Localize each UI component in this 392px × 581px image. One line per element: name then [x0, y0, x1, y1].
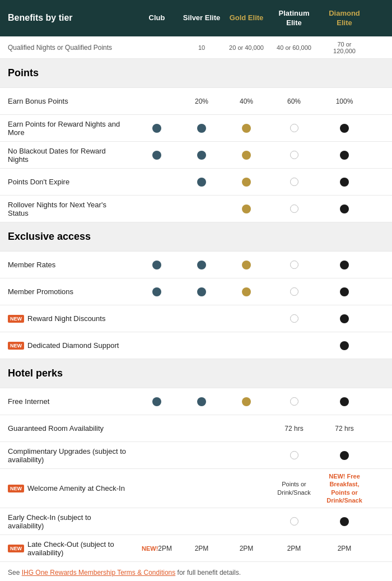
cell-platinum — [269, 284, 319, 299]
dot-icon — [340, 451, 349, 460]
cell-club — [134, 284, 179, 300]
cell-silver — [179, 120, 224, 136]
dot-icon — [197, 124, 206, 133]
cell-club — [134, 98, 179, 105]
dot-icon — [340, 204, 349, 213]
cell-silver — [179, 206, 224, 212]
cell-club — [134, 257, 179, 273]
header-club: Club — [134, 8, 179, 29]
dot-icon — [197, 261, 206, 269]
cell-platinum — [269, 394, 319, 409]
cell-club — [134, 120, 179, 136]
cell-club — [134, 452, 179, 459]
row-earn-points-reward-nights: Earn Points for Reward Nights and More — [0, 115, 392, 142]
section-points: Points — [0, 59, 392, 88]
new-badge: NEW — [8, 315, 24, 323]
cell-silver — [179, 284, 224, 300]
row-earn-bonus-points: Earn Bonus Points 20% 40% 60% 100% — [0, 88, 392, 115]
cell-silver — [179, 452, 224, 459]
dot-icon — [242, 397, 251, 406]
cell-club — [134, 342, 179, 349]
label-rollover-nights: Rollover Nights for Next Year's Status — [0, 196, 134, 222]
label-points-dont-expire: Points Don't Expire — [0, 173, 134, 190]
cell-diamond — [319, 174, 370, 190]
qual-diamond: 70 or120,000 — [319, 38, 370, 58]
row-reward-night-discounts: NEW Reward Night Discounts — [0, 305, 392, 332]
label-late-checkout: NEW Late Check-Out (subject to availabil… — [0, 536, 134, 561]
cell-gold — [224, 342, 269, 349]
cell-club — [134, 315, 179, 322]
dot-icon — [340, 151, 349, 160]
cell-diamond: 100% — [319, 94, 370, 109]
cell-platinum: 2PM — [269, 541, 319, 556]
label-dedicated-diamond-support: NEW Dedicated Diamond Support — [0, 337, 134, 354]
dot-icon — [242, 204, 251, 213]
row-free-internet: Free Internet — [0, 388, 392, 415]
cell-silver — [179, 518, 224, 525]
cell-platinum — [269, 174, 319, 189]
dot-icon — [340, 341, 349, 350]
section-points-title: Points — [0, 59, 370, 87]
cell-diamond: 72 hrs — [319, 421, 370, 436]
cell-club — [134, 147, 179, 163]
table-header: Benefits by tier Club Silver Elite Gold … — [0, 0, 392, 36]
label-member-promotions: Member Promotions — [0, 283, 134, 300]
dot-icon — [242, 287, 251, 296]
cell-club — [134, 518, 179, 525]
cell-diamond — [319, 257, 370, 273]
dot-icon — [197, 151, 206, 160]
qual-club — [134, 44, 179, 51]
row-no-blackout-dates: No Blackout Dates for Reward Nights — [0, 142, 392, 169]
qual-platinum: 40 or 60,000 — [269, 41, 319, 54]
cell-gold — [224, 147, 269, 163]
dot-icon — [242, 151, 251, 160]
header-silver: Silver Elite — [179, 8, 224, 29]
qual-nights-label: Qualified Nights or Qualified Points — [0, 39, 134, 56]
cell-gold — [224, 425, 269, 432]
cell-silver — [179, 257, 224, 273]
dot-icon — [242, 124, 251, 133]
dot-icon — [197, 287, 206, 296]
cell-diamond — [319, 147, 370, 163]
cell-silver: 2PM — [179, 541, 224, 556]
checkout-club-text: NEW! — [142, 545, 158, 552]
dot-icon — [340, 287, 349, 296]
dot-icon — [290, 517, 298, 526]
cell-platinum — [269, 201, 319, 216]
cell-gold — [224, 394, 269, 410]
footer-text-end: for full benefit details. — [175, 569, 241, 577]
label-guaranteed-room: Guaranteed Room Availability — [0, 420, 134, 437]
dot-icon — [152, 151, 161, 160]
footer-link[interactable]: IHG One Rewards Membership Terms & Condi… — [22, 569, 176, 577]
dot-icon — [340, 178, 349, 187]
cell-platinum — [269, 448, 319, 463]
cell-diamond — [319, 311, 370, 327]
row-member-promotions: Member Promotions — [0, 278, 392, 305]
cell-club: NEW! 2PM — [134, 541, 179, 556]
footer-text: See — [8, 569, 22, 577]
dot-icon — [340, 261, 349, 269]
new-badge: NEW — [8, 545, 24, 552]
section-exclusive-access: Exclusive access — [0, 222, 392, 252]
label-earn-points-reward-nights: Earn Points for Reward Nights and More — [0, 115, 134, 141]
dot-icon — [340, 124, 349, 133]
cell-silver — [179, 174, 224, 190]
dot-icon — [152, 261, 161, 269]
cell-gold — [224, 485, 269, 492]
row-dedicated-diamond-support: NEW Dedicated Diamond Support — [0, 332, 392, 359]
qual-silver: 10 — [179, 41, 224, 54]
cell-club — [134, 425, 179, 432]
benefits-table: Benefits by tier Club Silver Elite Gold … — [0, 0, 392, 581]
row-welcome-amenity: NEW Welcome Amenity at Check-In Points o… — [0, 469, 392, 508]
new-badge: NEW — [8, 485, 24, 492]
dot-icon — [290, 314, 298, 323]
cell-platinum — [269, 257, 319, 272]
cell-diamond — [319, 120, 370, 136]
cell-silver — [179, 425, 224, 432]
dot-icon — [290, 178, 298, 186]
cell-gold: 40% — [224, 94, 269, 109]
label-member-rates: Member Rates — [0, 256, 134, 273]
cell-silver — [179, 147, 224, 163]
cell-platinum — [269, 147, 319, 162]
cell-gold — [224, 315, 269, 322]
